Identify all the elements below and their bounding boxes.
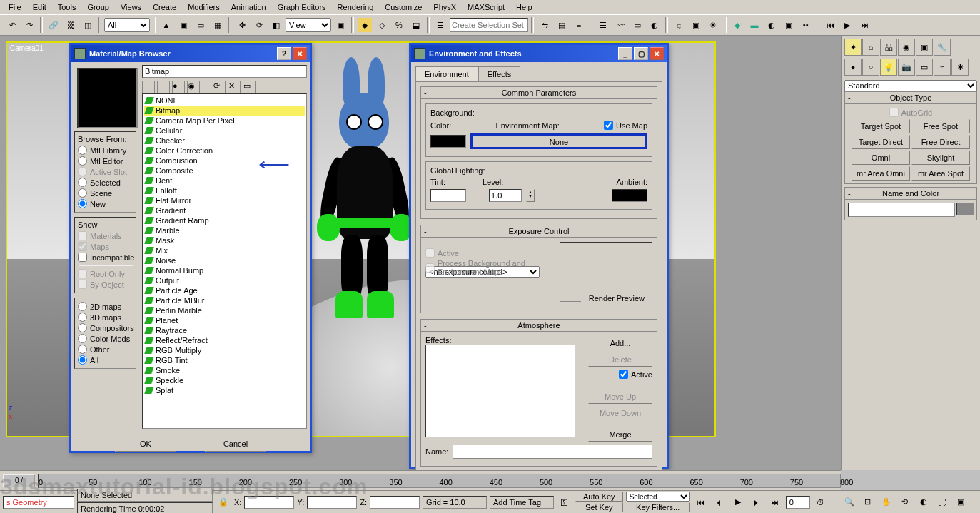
browse-scene-radio[interactable]	[78, 188, 87, 198]
redo-icon[interactable]: ↷	[21, 17, 37, 33]
show-incompatible-checkbox[interactable]	[78, 253, 87, 262]
map-list[interactable]: NONEBitmapCamera Map Per PixelCellularCh…	[142, 93, 307, 429]
cancel-button[interactable]: Cancel	[205, 436, 266, 452]
pan-icon[interactable]: ✋	[879, 494, 894, 510]
free-spot-button[interactable]: Free Spot	[911, 119, 970, 133]
cat-other-radio[interactable]	[78, 345, 87, 354]
skylight-button[interactable]: Skylight	[911, 151, 970, 165]
map-item-gradient-ramp[interactable]: Gradient Ramp	[144, 215, 305, 225]
map-item-particle-age[interactable]: Particle Age	[144, 285, 305, 295]
free-direct-button[interactable]: Free Direct	[911, 135, 970, 149]
snap-icon[interactable]: ◆	[357, 17, 373, 33]
view-list-icons-icon[interactable]: ☷	[157, 81, 170, 93]
array-icon[interactable]: ▤	[554, 17, 570, 33]
next-frame-icon[interactable]: ⏵	[749, 494, 764, 510]
menu-maxscript[interactable]: MAXScript	[462, 1, 510, 13]
map-item-gradient[interactable]: Gradient	[144, 205, 305, 215]
angle-snap-icon[interactable]: ◇	[374, 17, 390, 33]
environment-tab[interactable]: Environment	[415, 66, 478, 81]
key-mode-dropdown[interactable]: Selected	[626, 492, 690, 502]
map-item-perlin-marble[interactable]: Perlin Marble	[144, 305, 305, 315]
menu-customize[interactable]: Customize	[379, 1, 428, 13]
unlink-icon[interactable]: ⛓	[63, 17, 79, 33]
dialog-titlebar[interactable]: Environment and Effects _ ▢ ✕	[411, 45, 667, 62]
close-icon[interactable]: ✕	[650, 47, 664, 60]
map-item-bitmap[interactable]: Bitmap	[144, 106, 305, 116]
material-editor-icon[interactable]: ◐	[647, 17, 662, 33]
undo-icon[interactable]: ↶	[4, 17, 20, 33]
cat-colormods-radio[interactable]	[78, 334, 87, 343]
update-scene-icon[interactable]: ⟳	[213, 81, 226, 93]
map-item-output[interactable]: Output	[144, 275, 305, 285]
object-color-swatch[interactable]	[956, 203, 974, 215]
browse-mtl-library-radio[interactable]	[78, 146, 87, 155]
rotate-icon[interactable]: ⟳	[251, 17, 267, 33]
map-item-reflect-refract[interactable]: Reflect/Refract	[144, 335, 305, 345]
view-list-icon[interactable]: ☰	[142, 81, 155, 93]
mr-area-spot-button[interactable]: mr Area Spot	[911, 166, 970, 181]
menu-create[interactable]: Create	[147, 1, 182, 13]
window-crossing-icon[interactable]: ▦	[210, 17, 226, 33]
reactor-5-icon[interactable]: ▪▪	[798, 17, 814, 33]
cat-all-radio[interactable]	[78, 355, 87, 365]
zoom-icon[interactable]: 🔍	[842, 494, 857, 510]
browse-selected-radio[interactable]	[78, 178, 87, 187]
menu-views[interactable]: Views	[115, 1, 147, 13]
align-icon[interactable]: ≡	[571, 17, 587, 33]
map-item-color-correction[interactable]: Color Correction	[144, 146, 305, 156]
map-item-mask[interactable]: Mask	[144, 235, 305, 245]
menu-rendering[interactable]: Rendering	[332, 1, 380, 13]
add-effect-button[interactable]: Add...	[588, 336, 652, 350]
map-item-none[interactable]: NONE	[144, 96, 305, 106]
map-item-marble[interactable]: Marble	[144, 225, 305, 235]
reactor-2-icon[interactable]: ▬	[747, 17, 762, 33]
close-icon[interactable]: ✕	[293, 47, 307, 60]
omni-button[interactable]: Omni	[852, 151, 910, 165]
merge-button[interactable]: Merge	[588, 427, 652, 442]
map-item-particle-mblur[interactable]: Particle MBlur	[144, 295, 305, 305]
target-spot-button[interactable]: Target Spot	[852, 119, 910, 133]
minimize-icon[interactable]: _	[618, 47, 632, 60]
z-input[interactable]	[370, 496, 420, 509]
cameras-icon[interactable]: 📷	[898, 59, 915, 76]
schematic-icon[interactable]: ▭	[630, 17, 645, 33]
menu-tools[interactable]: Tools	[52, 1, 82, 13]
key-icon[interactable]: ⚿	[557, 494, 572, 510]
move-icon[interactable]: ✥	[234, 17, 250, 33]
ambient-swatch[interactable]	[612, 189, 647, 202]
map-item-splat[interactable]: Splat	[144, 385, 305, 395]
systems-icon[interactable]: ✱	[951, 59, 969, 76]
object-name-input[interactable]	[848, 203, 955, 217]
helpers-icon[interactable]: ▭	[916, 59, 933, 76]
time-config-icon[interactable]: ⏱	[813, 494, 829, 510]
map-item-smoke[interactable]: Smoke	[144, 365, 305, 375]
menu-help[interactable]: Help	[510, 1, 538, 13]
target-direct-button[interactable]: Target Direct	[852, 135, 910, 149]
map-item-checker[interactable]: Checker	[144, 136, 305, 146]
map-item-flat-mirror[interactable]: Flat Mirror	[144, 195, 305, 205]
mirror-icon[interactable]: ⇋	[537, 17, 552, 33]
menu-physx[interactable]: PhysX	[428, 1, 462, 13]
menu-edit[interactable]: Edit	[27, 1, 52, 13]
map-item-rgb-tint[interactable]: RGB Tint	[144, 355, 305, 365]
hierarchy-tab-icon[interactable]: 品	[880, 39, 897, 56]
goto-end-icon[interactable]: ⏭	[857, 17, 872, 33]
motion-tab-icon[interactable]: ◉	[898, 39, 915, 56]
menu-modifiers[interactable]: Modifiers	[182, 1, 226, 13]
help-icon[interactable]: ?	[277, 47, 291, 60]
spinner-buttons[interactable]: ▲▼	[526, 189, 535, 202]
spacewarps-icon[interactable]: ≈	[934, 59, 951, 76]
map-item-falloff[interactable]: Falloff	[144, 186, 305, 195]
cat-compositors-radio[interactable]	[78, 323, 87, 332]
goto-start-icon[interactable]: ⏮	[693, 494, 709, 510]
scale-icon[interactable]: ◧	[268, 17, 284, 33]
reactor-icon[interactable]: ◆	[729, 17, 745, 33]
render-preview-button[interactable]: Render Preview	[581, 291, 652, 305]
utilities-tab-icon[interactable]: 🔧	[934, 39, 951, 56]
mr-area-omni-button[interactable]: mr Area Omni	[852, 166, 910, 181]
map-item-speckle[interactable]: Speckle	[144, 375, 305, 385]
level-spinner[interactable]	[489, 189, 522, 202]
clear-icon[interactable]: ▭	[243, 81, 256, 93]
view-small-icon[interactable]: ●	[172, 81, 185, 93]
effects-listbox[interactable]	[425, 345, 575, 437]
